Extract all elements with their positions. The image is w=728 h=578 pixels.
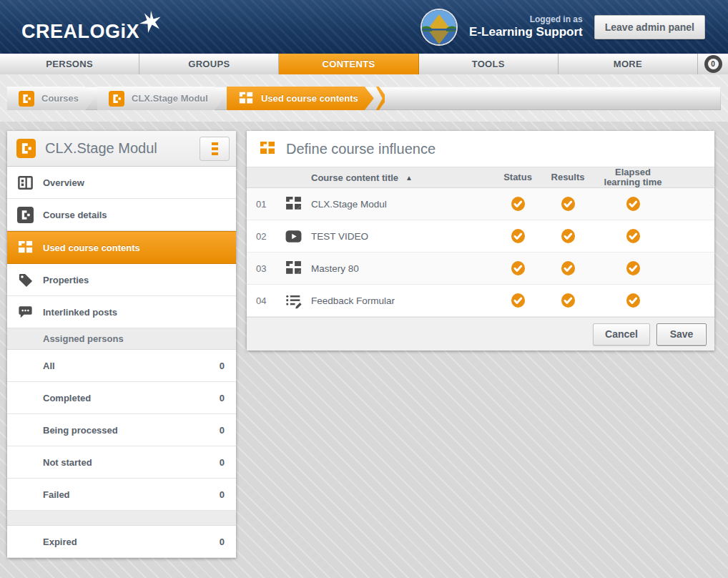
elapsed-check-icon[interactable]: [626, 293, 641, 308]
logo-star-icon: [137, 10, 161, 34]
sidebar-item-label: Interlinked posts: [43, 307, 117, 318]
course-content-title: TEST VIDEO: [311, 231, 493, 242]
column-header-elapsed: Elapsed learning time: [593, 167, 673, 187]
table-header-row: Course content title ▲ Status Results El…: [247, 167, 714, 188]
elapsed-check-icon[interactable]: [626, 228, 641, 244]
sidebar-item-label: Course details: [43, 210, 107, 220]
sidebar-item-overview[interactable]: Overview: [7, 167, 236, 199]
course-contents-icon: [17, 240, 34, 256]
comment-icon: [17, 304, 34, 320]
course-icon: [16, 139, 36, 158]
table-row: 02 TEST VIDEO: [247, 220, 714, 253]
sidebar-menu-button[interactable]: [200, 137, 230, 161]
main-panel: Define course influence Course content t…: [247, 131, 714, 351]
admin-panel-page: CREALOGiX Logged in as E-Learning Suppor…: [0, 0, 728, 578]
count-label: Being processed: [43, 425, 118, 436]
count-value: 0: [220, 537, 225, 547]
table-row: 03 Mastery 80: [247, 253, 714, 285]
breadcrumb: Courses CLX.Stage Modul Used course cont…: [7, 87, 721, 110]
sidebar-separator: [7, 511, 236, 526]
count-value: 0: [220, 393, 225, 403]
nav-tab-groups[interactable]: GROUPS: [139, 54, 279, 74]
app-header: CREALOGiX Logged in as E-Learning Suppor…: [0, 0, 728, 54]
sidebar-item-label: Overview: [43, 177, 84, 188]
nav-tab-persons[interactable]: PERSONS: [0, 54, 139, 74]
form-icon: [285, 292, 302, 310]
course-contents-icon: [238, 91, 254, 107]
sidebar-section-assigned-persons: Assigned persons: [7, 328, 236, 350]
status-check-icon[interactable]: [511, 228, 526, 244]
sidebar-header: CLX.Stage Modul: [7, 131, 236, 167]
row-number: 03: [247, 263, 277, 274]
status-check-icon[interactable]: [511, 260, 526, 276]
course-content-title: Mastery 80: [311, 263, 493, 274]
course-content-title: Feedback Formular: [311, 295, 493, 306]
sidebar-count-failed[interactable]: Failed 0: [7, 479, 236, 511]
content-area: CLX.Stage Modul Overview Course details …: [0, 122, 728, 558]
status-check-icon[interactable]: [511, 293, 526, 308]
kebab-menu-icon: [212, 142, 218, 145]
sidebar-count-being-processed[interactable]: Being processed 0: [7, 414, 236, 446]
module-icon: [285, 195, 302, 213]
sidebar-count-all[interactable]: All 0: [7, 350, 236, 382]
user-avatar: [422, 10, 456, 44]
main-panel-header: Define course influence: [247, 131, 714, 167]
count-value: 0: [220, 489, 225, 500]
cancel-button[interactable]: Cancel: [593, 323, 650, 346]
notification-badge-cell[interactable]: 0: [698, 54, 728, 74]
sidebar-item-properties[interactable]: Properties: [7, 264, 236, 296]
results-check-icon[interactable]: [561, 293, 576, 308]
elapsed-check-icon[interactable]: [626, 196, 641, 212]
save-button[interactable]: Save: [656, 323, 707, 346]
nav-tab-contents[interactable]: CONTENTS: [279, 54, 418, 74]
status-check-icon[interactable]: [511, 196, 526, 212]
table-row: 04 Feedback Formular: [247, 285, 714, 317]
video-icon: [285, 227, 302, 245]
count-label: Failed: [43, 489, 70, 500]
sidebar-count-expired[interactable]: Expired 0: [7, 526, 236, 558]
course-icon: [19, 91, 34, 107]
count-value: 0: [220, 457, 225, 468]
breadcrumb-item-courses[interactable]: Courses: [7, 87, 94, 110]
sidebar-count-completed[interactable]: Completed 0: [7, 382, 236, 414]
nav-tab-tools[interactable]: TOOLS: [419, 54, 559, 74]
breadcrumb-item-clx-stage-modul[interactable]: CLX.Stage Modul: [97, 87, 224, 110]
logo-text: CREALOGiX: [21, 22, 139, 44]
count-value: 0: [220, 361, 225, 371]
nav-tab-more[interactable]: MORE: [559, 54, 698, 74]
tag-icon: [17, 272, 34, 288]
row-number: 01: [247, 199, 277, 210]
count-label: All: [43, 361, 55, 371]
form-actions-footer: Cancel Save: [247, 317, 714, 351]
breadcrumb-item-used-course-contents[interactable]: Used course contents: [227, 87, 374, 110]
main-nav: PERSONS GROUPS CONTENTS TOOLS MORE 0: [0, 54, 728, 74]
sidebar-item-interlinked-posts[interactable]: Interlinked posts: [7, 296, 236, 328]
results-check-icon[interactable]: [561, 196, 576, 212]
elapsed-check-icon[interactable]: [626, 260, 641, 276]
results-check-icon[interactable]: [561, 228, 576, 244]
course-contents-icon: [259, 140, 276, 157]
count-value: 0: [220, 425, 225, 436]
breadcrumb-label: CLX.Stage Modul: [132, 93, 208, 104]
notification-count: 0: [708, 59, 719, 69]
sidebar-item-course-details[interactable]: Course details: [7, 199, 236, 231]
sidebar-count-not-started[interactable]: Not started 0: [7, 446, 236, 479]
header-user-area: Logged in as E-Learning Support Leave ad…: [422, 10, 705, 44]
notification-badge-icon: 0: [704, 55, 722, 73]
breadcrumb-label: Courses: [41, 93, 79, 104]
results-check-icon[interactable]: [561, 260, 576, 276]
count-label: Completed: [43, 393, 91, 403]
leave-admin-panel-button[interactable]: Leave admin panel: [594, 15, 705, 39]
course-icon: [17, 207, 34, 223]
count-label: Not started: [43, 457, 92, 468]
course-content-title: CLX.Stage Modul: [311, 199, 493, 210]
crealogix-logo: CREALOGiX: [21, 10, 161, 44]
login-info: Logged in as E-Learning Support: [469, 14, 583, 39]
breadcrumb-active-tip: [376, 87, 385, 110]
sidebar-item-label: Used course contents: [43, 243, 140, 253]
sidebar-item-used-course-contents[interactable]: Used course contents: [7, 231, 236, 264]
user-name: E-Learning Support: [469, 25, 583, 39]
column-header-course-content-title[interactable]: Course content title ▲: [311, 172, 493, 183]
breadcrumb-zone: Courses CLX.Stage Modul Used course cont…: [0, 74, 728, 122]
overview-icon: [17, 175, 34, 191]
